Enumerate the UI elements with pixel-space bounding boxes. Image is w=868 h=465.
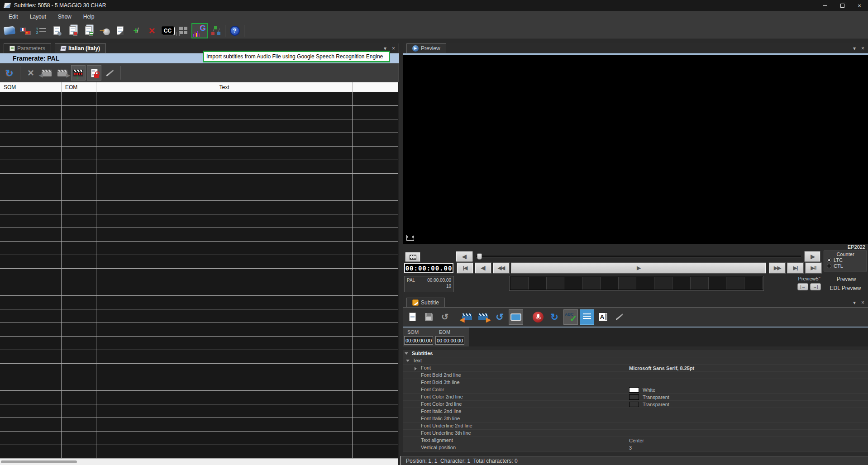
eom-field[interactable]: 00:00:00.00 — [435, 336, 464, 345]
table-row[interactable] — [0, 160, 398, 174]
restore-button[interactable] — [834, 0, 851, 11]
table-cell[interactable] — [96, 391, 353, 404]
spellcheck-button[interactable]: ABC ✓ — [563, 309, 578, 325]
table-cell[interactable] — [0, 282, 62, 295]
copy-subtitles-green-button[interactable] — [81, 24, 96, 38]
table-row[interactable] — [0, 201, 398, 214]
table-cell[interactable] — [62, 106, 96, 119]
record-speech-button[interactable] — [531, 309, 545, 325]
table-row[interactable] — [0, 174, 398, 187]
document-settings-button[interactable] — [49, 24, 65, 38]
table-row[interactable] — [0, 147, 398, 160]
tree-row-font-color[interactable]: Font ColorWhite — [403, 386, 868, 394]
google-speech-import-button[interactable]: G — [191, 23, 208, 38]
frame-view-button[interactable] — [405, 252, 420, 261]
table-cell[interactable] — [96, 92, 353, 105]
table-cell[interactable] — [62, 174, 96, 187]
table-cell[interactable] — [0, 133, 62, 146]
table-cell[interactable] — [62, 323, 96, 336]
seek-track[interactable] — [476, 256, 801, 257]
table-cell[interactable] — [62, 269, 96, 282]
table-row[interactable] — [0, 418, 398, 432]
table-cell[interactable] — [0, 296, 62, 309]
table-cell[interactable] — [0, 255, 62, 268]
table-cell[interactable] — [96, 445, 353, 458]
table-cell[interactable] — [353, 418, 398, 431]
table-cell[interactable] — [0, 337, 62, 350]
table-row[interactable] — [0, 228, 398, 242]
table-cell[interactable] — [96, 418, 353, 431]
table-row[interactable] — [0, 255, 398, 269]
table-cell[interactable] — [62, 255, 96, 268]
table-row[interactable] — [0, 187, 398, 201]
table-row[interactable] — [0, 445, 398, 459]
tree-row-font-italic-2nd-line[interactable]: Font Italic 2nd line — [403, 408, 868, 415]
table-cell[interactable] — [0, 391, 62, 404]
table-cell[interactable] — [96, 242, 353, 255]
table-cell[interactable] — [0, 377, 62, 390]
som-field[interactable]: 00:00:00.00 — [404, 336, 433, 345]
previous-frame-button[interactable]: ◀| — [475, 263, 491, 273]
table-cell[interactable] — [353, 445, 398, 458]
table-cell[interactable] — [96, 323, 353, 336]
film-frame-icon[interactable] — [406, 235, 414, 241]
table-cell[interactable] — [62, 147, 96, 160]
table-cell[interactable] — [62, 391, 96, 404]
undo-button-disabled[interactable]: ↺ — [438, 309, 452, 325]
table-row[interactable] — [0, 350, 398, 364]
audio-waveform-button[interactable] — [176, 24, 191, 38]
table-cell[interactable] — [62, 201, 96, 214]
table-cell[interactable] — [353, 242, 398, 255]
table-cell[interactable] — [353, 228, 398, 241]
delete-row-button[interactable]: × — [24, 65, 38, 81]
table-cell[interactable] — [353, 364, 398, 377]
table-cell[interactable] — [353, 350, 398, 363]
table-cell[interactable] — [96, 350, 353, 363]
menu-layout[interactable]: Layout — [24, 12, 52, 22]
table-row[interactable] — [0, 92, 398, 106]
table-cell[interactable] — [353, 214, 398, 228]
table-cell[interactable] — [62, 418, 96, 431]
import-file-button[interactable] — [112, 24, 128, 38]
table-cell[interactable] — [0, 323, 62, 336]
new-subtitle-button[interactable] — [405, 309, 420, 325]
tree-row-font-underline-3th-line[interactable]: Font Underline 3th line — [403, 430, 868, 437]
table-cell[interactable] — [62, 282, 96, 295]
table-cell[interactable] — [62, 133, 96, 146]
nudge-in-button[interactable]: |→ — [797, 283, 808, 290]
chevron-down-icon[interactable] — [405, 352, 408, 355]
scrollbar-thumb[interactable] — [1, 460, 77, 463]
table-cell[interactable] — [0, 201, 62, 214]
column-header-extra[interactable] — [353, 82, 398, 92]
tree-row-font-bold-3th-line[interactable]: Font Bold 3th line — [403, 379, 868, 386]
table-cell[interactable] — [96, 187, 353, 200]
numbered-list-button[interactable]: 12 — [33, 24, 49, 38]
table-row[interactable] — [0, 269, 398, 282]
table-cell[interactable] — [353, 404, 398, 418]
table-cell[interactable] — [353, 174, 398, 187]
font-button[interactable]: A — [596, 309, 610, 325]
table-cell[interactable] — [0, 445, 62, 458]
nudge-out-button[interactable]: →| — [810, 283, 821, 290]
table-cell[interactable] — [353, 309, 398, 323]
table-cell[interactable] — [62, 445, 96, 458]
table-cell[interactable] — [0, 92, 62, 105]
seek-thumb[interactable] — [477, 253, 482, 260]
table-cell[interactable] — [0, 404, 62, 418]
table-row[interactable] — [0, 323, 398, 337]
table-cell[interactable] — [96, 337, 353, 350]
tree-row-font-color-2nd-line[interactable]: Font Color 2nd lineTransparent — [403, 394, 868, 401]
table-cell[interactable] — [96, 160, 353, 173]
table-cell[interactable] — [62, 228, 96, 241]
tree-row-text-alignment[interactable]: Text alignmentCenter — [403, 437, 868, 444]
table-cell[interactable] — [96, 119, 353, 133]
grab-eom-button[interactable]: ▶ — [476, 309, 491, 325]
table-row[interactable] — [0, 364, 398, 377]
fast-forward-button[interactable]: ▶▶ — [769, 263, 785, 273]
table-cell[interactable] — [96, 432, 353, 445]
table-cell[interactable] — [353, 296, 398, 309]
menu-show[interactable]: Show — [52, 12, 77, 22]
chevron-down-icon[interactable]: ▾ — [853, 299, 856, 306]
table-cell[interactable] — [0, 418, 62, 431]
close-icon[interactable]: × — [861, 45, 864, 52]
